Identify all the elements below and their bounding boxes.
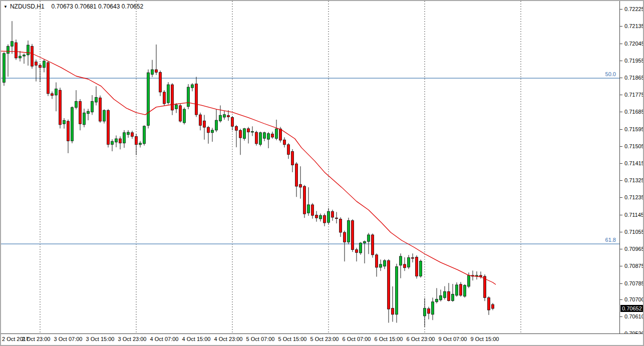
candle-body[interactable] (43, 61, 46, 68)
candle-body[interactable] (191, 85, 194, 88)
price-axis[interactable]: 0.722250.721350.720450.719550.718650.717… (619, 1, 644, 333)
candle-body[interactable] (175, 105, 178, 109)
candle-body[interactable] (3, 54, 6, 83)
candle-body[interactable] (75, 102, 78, 108)
candle-body[interactable] (319, 215, 322, 219)
candle-body[interactable] (183, 109, 186, 123)
candle-body[interactable] (251, 132, 254, 133)
candle-body[interactable] (15, 43, 18, 58)
candle-body[interactable] (428, 308, 430, 313)
candle-body[interactable] (231, 117, 234, 126)
candle-body[interactable] (167, 85, 170, 103)
candle-body[interactable] (163, 92, 166, 104)
candle-body[interactable] (452, 294, 454, 301)
candle-body[interactable] (484, 276, 486, 298)
candle-body[interactable] (259, 133, 262, 145)
candle-body[interactable] (299, 184, 302, 187)
candle-body[interactable] (35, 62, 38, 65)
candle-body[interactable] (119, 139, 122, 143)
candle-body[interactable] (115, 139, 118, 142)
candle-body[interactable] (328, 211, 330, 222)
candle-body[interactable] (348, 220, 350, 242)
candle-body[interactable] (103, 110, 106, 121)
candle-body[interactable] (388, 260, 390, 309)
candle-body[interactable] (51, 94, 54, 96)
candle-body[interactable] (99, 98, 102, 121)
candle-body[interactable] (279, 129, 282, 140)
candle-body[interactable] (147, 73, 150, 125)
candle-body[interactable] (412, 258, 414, 259)
candle-body[interactable] (468, 275, 470, 286)
candle-body[interactable] (235, 126, 238, 130)
chart-plot-area[interactable]: 50.061.8 (1, 1, 619, 333)
candle-body[interactable] (91, 102, 94, 112)
candle-body[interactable] (155, 70, 158, 72)
candle-body[interactable] (464, 285, 466, 296)
candle-body[interactable] (239, 130, 242, 138)
candle-body[interactable] (171, 85, 174, 110)
candle-body[interactable] (315, 215, 318, 218)
candle-body[interactable] (396, 266, 398, 314)
candle-body[interactable] (203, 121, 206, 127)
candle-body[interactable] (19, 56, 22, 58)
candle-body[interactable] (87, 111, 90, 114)
candle-body[interactable] (263, 133, 266, 138)
candle-body[interactable] (307, 205, 310, 213)
candle-body[interactable] (7, 46, 10, 53)
candle-body[interactable] (243, 129, 246, 139)
candle-body[interactable] (71, 108, 74, 141)
candle-body[interactable] (39, 65, 42, 68)
candle-body[interactable] (135, 136, 138, 144)
candle-body[interactable] (143, 126, 146, 144)
candle-body[interactable] (187, 87, 190, 107)
candle-body[interactable] (255, 132, 258, 144)
candle-body[interactable] (424, 308, 426, 316)
candle-body[interactable] (127, 132, 130, 135)
candle-body[interactable] (283, 140, 286, 145)
candle-body[interactable] (372, 235, 374, 255)
candle-body[interactable] (404, 264, 406, 268)
candle-body[interactable] (95, 98, 98, 103)
candle-body[interactable] (444, 291, 446, 297)
candle-body[interactable] (223, 115, 226, 117)
candle-body[interactable] (488, 297, 490, 310)
candle-body[interactable] (340, 219, 342, 232)
candle-body[interactable] (360, 243, 362, 253)
candle-body[interactable] (55, 89, 58, 95)
candle-body[interactable] (392, 308, 394, 314)
candle-body[interactable] (311, 205, 314, 215)
candle-body[interactable] (179, 106, 182, 121)
candle-body[interactable] (211, 130, 214, 133)
candle-body[interactable] (59, 90, 62, 125)
candle-body[interactable] (456, 285, 458, 295)
candle-body[interactable] (275, 129, 278, 138)
candle-body[interactable] (448, 291, 450, 300)
candle-body[interactable] (303, 186, 306, 214)
candle-body[interactable] (123, 133, 126, 143)
candle-body[interactable] (107, 110, 110, 144)
candle-body[interactable] (63, 121, 66, 124)
candle-body[interactable] (151, 70, 154, 75)
candle-body[interactable] (436, 299, 438, 301)
candle-body[interactable] (67, 121, 70, 141)
candle-body[interactable] (11, 42, 14, 47)
candle-body[interactable] (380, 264, 382, 267)
candle-body[interactable] (420, 261, 422, 276)
candle-body[interactable] (400, 256, 402, 265)
candle-body[interactable] (271, 134, 274, 137)
candle-body[interactable] (247, 129, 250, 132)
candle-body[interactable] (23, 55, 26, 56)
candle-body[interactable] (79, 102, 82, 124)
candle-body[interactable] (384, 260, 386, 266)
candle-body[interactable] (492, 304, 494, 308)
candle-body[interactable] (364, 241, 366, 243)
candle-body[interactable] (47, 63, 50, 94)
candle-body[interactable] (295, 164, 298, 186)
candle-body[interactable] (432, 302, 434, 314)
candle-body[interactable] (336, 218, 338, 219)
candle-body[interactable] (352, 220, 354, 249)
candle-body[interactable] (332, 211, 334, 217)
candle-body[interactable] (27, 45, 30, 55)
candle-body[interactable] (440, 296, 442, 300)
candle-body[interactable] (344, 232, 346, 242)
